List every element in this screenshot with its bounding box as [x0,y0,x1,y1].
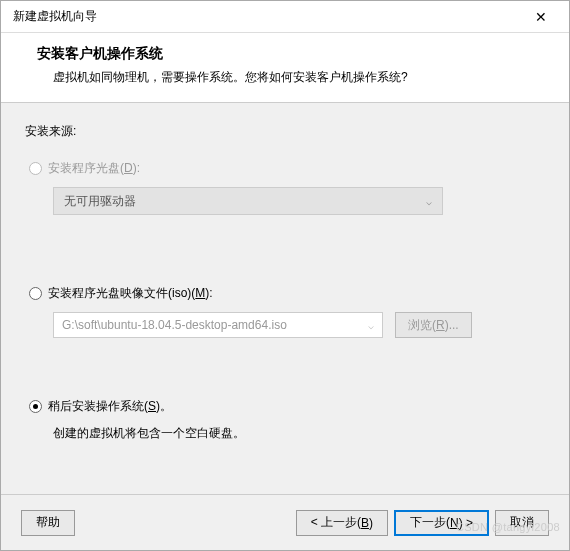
close-button[interactable]: ✕ [521,3,561,31]
radio-icon [29,287,42,300]
option-iso: 安装程序光盘映像文件(iso)(M): G:\soft\ubuntu-18.04… [25,281,545,338]
radio-icon [29,162,42,175]
window-title: 新建虚拟机向导 [13,8,97,25]
close-icon: ✕ [535,9,547,25]
cancel-button[interactable]: 取消 [495,510,549,536]
radio-disc[interactable]: 安装程序光盘(D): [29,160,545,177]
radio-later-label: 稍后安装操作系统(S)。 [48,398,172,415]
radio-iso[interactable]: 安装程序光盘映像文件(iso)(M): [29,285,545,302]
source-label: 安装来源: [25,123,545,140]
page-subtitle: 虚拟机如同物理机，需要操作系统。您将如何安装客户机操作系统? [53,69,545,86]
disc-dropdown-value: 无可用驱动器 [64,193,136,210]
chevron-down-icon: ⌵ [368,320,374,331]
later-description: 创建的虚拟机将包含一个空白硬盘。 [53,425,545,442]
disc-dropdown[interactable]: 无可用驱动器 ⌵ [53,187,443,215]
page-title: 安装客户机操作系统 [37,45,545,63]
titlebar: 新建虚拟机向导 ✕ [1,1,569,33]
chevron-down-icon: ⌵ [426,196,432,207]
radio-icon [29,400,42,413]
wizard-header: 安装客户机操作系统 虚拟机如同物理机，需要操作系统。您将如何安装客户机操作系统? [1,33,569,103]
iso-row: G:\soft\ubuntu-18.04.5-desktop-amd64.iso… [53,312,545,338]
radio-later[interactable]: 稍后安装操作系统(S)。 [29,398,545,415]
wizard-window: 新建虚拟机向导 ✕ 安装客户机操作系统 虚拟机如同物理机，需要操作系统。您将如何… [0,0,570,551]
next-button[interactable]: 下一步(N) > [394,510,489,536]
radio-disc-label: 安装程序光盘(D): [48,160,140,177]
option-later: 稍后安装操作系统(S)。 创建的虚拟机将包含一个空白硬盘。 [25,394,545,442]
back-button[interactable]: < 上一步(B) [296,510,388,536]
iso-path-value: G:\soft\ubuntu-18.04.5-desktop-amd64.iso [62,318,287,332]
iso-path-input[interactable]: G:\soft\ubuntu-18.04.5-desktop-amd64.iso… [53,312,383,338]
wizard-footer: 帮助 < 上一步(B) 下一步(N) > 取消 [1,494,569,550]
browse-button[interactable]: 浏览(R)... [395,312,472,338]
option-disc: 安装程序光盘(D): 无可用驱动器 ⌵ [25,156,545,215]
wizard-content: 安装来源: 安装程序光盘(D): 无可用驱动器 ⌵ 安装程序光盘映像文件(iso… [1,103,569,494]
radio-iso-label: 安装程序光盘映像文件(iso)(M): [48,285,213,302]
help-button[interactable]: 帮助 [21,510,75,536]
